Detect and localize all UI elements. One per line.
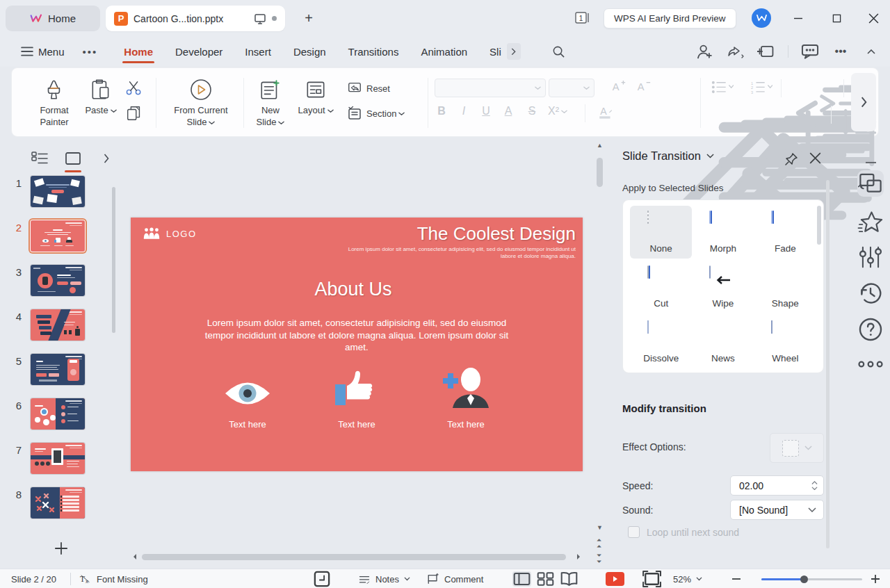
notes-button[interactable]: Notes (358, 569, 410, 588)
close-button[interactable] (863, 10, 884, 26)
format-painter-button[interactable]: Format Painter (30, 68, 79, 128)
quick-access-more-button[interactable]: ••• (83, 46, 98, 58)
menu-tab-transitions[interactable]: Transitions (347, 42, 400, 62)
panel-scrollbar[interactable] (826, 180, 830, 548)
transition-option-wheel[interactable]: Wheel (754, 316, 816, 368)
rail-effects-star-icon[interactable] (857, 209, 884, 236)
slide-thumbnail-5[interactable] (31, 354, 85, 385)
slide-heading-text[interactable]: About Us (131, 279, 576, 300)
add-slide-button[interactable] (51, 539, 71, 558)
new-tab-button[interactable]: + (300, 10, 317, 26)
transition-option-dissolve[interactable]: Dissolve (630, 316, 692, 368)
menu-tab-insert[interactable]: Insert (243, 42, 273, 62)
slide-thumbnail-2[interactable] (31, 220, 85, 252)
play-from-current-slide-button[interactable]: From Current Slide (166, 68, 236, 128)
slide-canvas[interactable]: LOGO The Coolest Design Lorem ipsum dolo… (131, 218, 583, 471)
menu-tab-developer[interactable]: Developer (174, 42, 224, 62)
fit-to-window-icon[interactable] (641, 569, 663, 588)
scroll-down-icon[interactable]: ▼ (597, 525, 603, 531)
cut-icon[interactable] (125, 79, 143, 97)
slide-thumbnail-1[interactable] (31, 176, 85, 207)
task-pane-icon[interactable] (312, 569, 332, 588)
slide-view-tab[interactable] (64, 149, 82, 168)
layout-button[interactable]: Layout (294, 68, 337, 116)
spinner-down-icon[interactable] (811, 487, 818, 490)
bullet-list-button[interactable] (711, 80, 734, 95)
wps-assistant-icon[interactable] (752, 8, 771, 28)
zoom-slider-knob[interactable] (800, 575, 808, 583)
slideshow-play-button[interactable] (606, 572, 624, 586)
slide-body-text[interactable]: Lorem ipsum dolor sit amet, consectetur … (197, 317, 517, 354)
slide-thumbnail-7[interactable] (31, 443, 85, 474)
slide-sorter-view-button[interactable] (536, 571, 555, 587)
speed-input[interactable]: 02.00 (730, 475, 824, 496)
document-tab[interactable]: P Cartoon G...tion.pptx (106, 6, 285, 31)
zoom-in-button[interactable] (871, 569, 880, 588)
rail-transition-icon[interactable] (857, 170, 884, 197)
transition-option-none[interactable]: None (630, 206, 692, 259)
transition-option-wipe[interactable]: Wipe (692, 261, 754, 313)
reading-view-button[interactable] (560, 571, 578, 587)
expand-panel-icon[interactable] (97, 149, 115, 168)
menu-tab-home[interactable]: Home (122, 42, 154, 62)
sound-dropdown[interactable]: [No Sound] (730, 500, 824, 520)
main-menu-button[interactable]: Menu (21, 45, 65, 58)
numbered-list-button[interactable]: 123 (750, 80, 772, 95)
bold-button[interactable]: B (433, 105, 450, 117)
spinner-up-icon[interactable] (811, 481, 818, 484)
expand-ribbon-button[interactable] (851, 73, 876, 131)
slide-thumbnail-3[interactable] (31, 265, 85, 296)
rail-history-icon[interactable] (857, 280, 884, 307)
vertical-scroll-thumb[interactable] (597, 158, 603, 187)
share-icon[interactable] (727, 42, 745, 60)
horizontal-scroll-thumb[interactable] (142, 554, 566, 560)
slide-list-scrollbar[interactable] (112, 187, 115, 333)
wps-ai-early-bird-button[interactable]: WPS AI Early Bird Preview (604, 8, 736, 28)
gallery-scrollbar[interactable] (817, 206, 821, 245)
slide-thumbnail-4[interactable] (31, 309, 85, 341)
zoom-slider[interactable] (761, 578, 862, 580)
reset-button[interactable]: Reset (347, 81, 390, 96)
underline-button[interactable]: U (478, 105, 494, 117)
paste-button[interactable]: Paste (81, 68, 120, 116)
comment-button[interactable]: Comment (427, 569, 483, 588)
previous-slide-icon[interactable]: ⏶⏶ (597, 537, 601, 550)
new-slide-button[interactable]: New Slide (251, 68, 290, 128)
vertical-scrollbar[interactable]: ▲ ▼ ⏶⏶ ⏷⏷ (594, 137, 606, 569)
scroll-left-icon[interactable] (131, 554, 136, 560)
scroll-up-icon[interactable]: ▲ (597, 142, 603, 149)
scroll-right-icon[interactable] (577, 554, 583, 560)
maximize-button[interactable] (826, 10, 847, 26)
slide-item-eye[interactable]: Text here (222, 362, 273, 430)
slide-thumbnail-6[interactable] (31, 398, 85, 430)
rail-more-icon[interactable] (857, 351, 884, 377)
strikethrough-button[interactable]: S (524, 105, 540, 117)
slide-logo[interactable]: LOGO (142, 227, 197, 240)
rail-help-icon[interactable] (857, 316, 884, 343)
panel-title[interactable]: Slide Transition (622, 149, 714, 163)
comment-bubble-icon[interactable] (801, 42, 819, 60)
increase-font-size-icon[interactable]: A (611, 80, 626, 92)
slide-subtitle-text[interactable]: Lorem ipsum dolor sit amet, consectetur … (346, 246, 576, 260)
transition-option-fade[interactable]: Fade (754, 206, 816, 259)
font-color-button[interactable]: A (597, 105, 614, 120)
transition-option-news[interactable]: News (692, 316, 754, 368)
rail-settings-sliders-icon[interactable] (857, 244, 884, 270)
loop-sound-checkbox[interactable] (628, 526, 640, 538)
pin-to-taskbar-icon[interactable] (757, 42, 775, 60)
collapse-ribbon-icon[interactable] (862, 42, 880, 60)
transition-option-shape[interactable]: Shape (754, 261, 816, 313)
copy-icon[interactable] (125, 104, 143, 122)
invite-collaborator-icon[interactable] (696, 42, 714, 60)
window-count-icon[interactable]: 1 (574, 10, 592, 26)
decrease-font-size-icon[interactable]: A (636, 80, 652, 92)
zoom-out-button[interactable] (731, 569, 741, 588)
italic-button[interactable]: I (455, 105, 472, 117)
home-tab[interactable]: Home (6, 6, 100, 31)
slide-item-thumbs-up[interactable]: Text here (332, 362, 382, 430)
superscript-button[interactable]: X² (546, 105, 569, 117)
pin-panel-icon[interactable] (784, 152, 798, 166)
slide-title-text[interactable]: The Coolest Design (417, 223, 576, 245)
slide-thumbnail-8[interactable] (31, 487, 85, 518)
slide-item-person-add[interactable]: Text here (441, 362, 491, 430)
